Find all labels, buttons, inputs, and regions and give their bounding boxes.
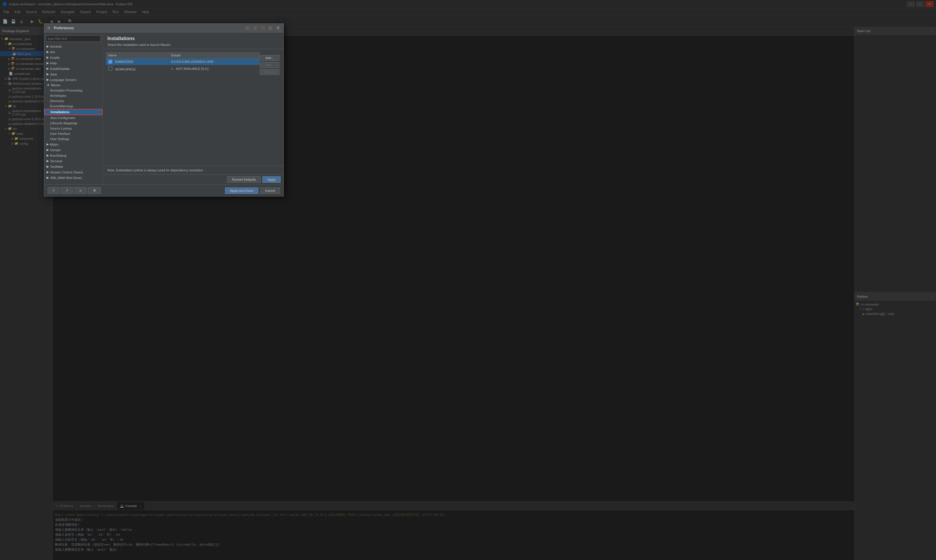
prefs-close-btn[interactable]: ✕ <box>275 25 281 31</box>
installations-content: Name Details ✓ EMBEDDED <box>103 49 284 166</box>
pref-nav-errors-warnings[interactable]: Errors/Warnings <box>44 103 102 109</box>
prefs-restore-btn[interactable]: □ <box>268 25 273 31</box>
pref-nav-gradle[interactable]: ▶ Gradle <box>44 55 102 60</box>
checkbox-embedded[interactable]: ✓ <box>108 60 113 64</box>
preferences-title: Preferences <box>54 26 242 30</box>
pref-filter-input[interactable] <box>46 35 101 42</box>
embedded-name-cell: ✓ EMBEDDED <box>106 58 168 65</box>
arrow-icon: ▶ <box>46 67 49 71</box>
import-button[interactable]: ↙ <box>74 187 87 194</box>
pref-nav-run-debug[interactable]: ▶ Run/Debug <box>44 153 102 158</box>
settings-button[interactable]: ⚙ <box>88 187 101 194</box>
table-row-workspace[interactable]: WORKSPACE ⚠ NOT AVAILABLE [3.0.] <box>106 65 260 72</box>
installations-description: Select the installation used to launch M… <box>107 43 279 46</box>
pref-nav-user-settings[interactable]: User Settings <box>44 136 102 142</box>
pref-nav-archetypes[interactable]: Archetypes <box>44 93 102 98</box>
pref-nav-annotation-processing[interactable]: Annotation Processing <box>44 88 102 93</box>
pref-nav-java-configurator[interactable]: Java Configurator <box>44 115 102 120</box>
installations-panel: Installations Select the installation us… <box>103 32 284 185</box>
installations-table: Name Details ✓ EMBEDDED <box>106 52 260 72</box>
arrow-icon: ▶ <box>46 142 49 146</box>
warning-icon: ⚠ <box>171 67 174 71</box>
pref-nav-textmate[interactable]: ▶ TextMate <box>44 164 102 169</box>
embedded-details-cell: 3.9.9/3.9.900.20240824-1409 <box>168 58 260 65</box>
arrow-icon: ▶ <box>46 176 49 180</box>
help-button[interactable]: ? <box>48 187 59 194</box>
arrow-icon: ▶ <box>46 50 49 54</box>
arrow-icon: ▼ <box>46 83 50 87</box>
arrow-icon: ▶ <box>46 159 49 163</box>
preferences-body: ▶ General ▶ Ant ▶ Gradle ▶ Help ▶ Instal… <box>44 32 284 185</box>
prefs-back-btn[interactable]: ← <box>245 25 250 31</box>
preferences-title-bar: ⚙ Preferences ← → ⋮ □ ✕ <box>44 24 284 32</box>
col-details: Details <box>168 52 260 58</box>
pref-nav-xml[interactable]: ▶ XML (Wild Web Devel... <box>44 175 102 180</box>
pref-nav-maven[interactable]: ▼ Maven <box>44 83 102 88</box>
pref-nav-version-control[interactable]: ▶ Version Control (Team) <box>44 169 102 175</box>
dialog-footer: ? ↗ ↙ ⚙ Apply and Close Cancel <box>44 185 284 196</box>
pref-nav-lifecycle[interactable]: Lifecycle Mappings <box>44 120 102 126</box>
col-name: Name <box>106 52 168 58</box>
pref-nav-install[interactable]: ▶ Install/Update <box>44 66 102 71</box>
arrow-icon: ▶ <box>46 55 49 59</box>
arrow-icon: ▶ <box>46 72 49 76</box>
arrow-icon: ▶ <box>46 45 49 48</box>
pref-nav-source-lookup[interactable]: Source Lookup <box>44 126 102 131</box>
table-row-embedded[interactable]: ✓ EMBEDDED 3.9.9/3.9.900.20240824-1409 <box>106 58 260 65</box>
prefs-gear-icon: ⚙ <box>47 26 50 30</box>
arrow-icon: ▶ <box>46 165 49 168</box>
edit-button[interactable]: Edit... <box>260 62 279 68</box>
checkbox-workspace[interactable] <box>108 66 113 71</box>
arrow-icon: ▶ <box>46 61 49 65</box>
arrow-icon: ▶ <box>46 154 49 157</box>
preferences-nav: ▶ General ▶ Ant ▶ Gradle ▶ Help ▶ Instal… <box>44 32 103 185</box>
apply-footer: Restore Defaults Apply <box>103 174 284 185</box>
prefs-forward-btn[interactable]: → <box>253 25 258 31</box>
arrow-icon: ▶ <box>46 148 49 152</box>
restore-defaults-button[interactable]: Restore Defaults <box>227 176 261 183</box>
dialog-overlay: ⚙ Preferences ← → ⋮ □ ✕ ▶ General ▶ Ant … <box>0 0 936 560</box>
installations-table-container: Name Details ✓ EMBEDDED <box>106 52 281 78</box>
pref-nav-general[interactable]: ▶ General <box>44 43 102 49</box>
apply-button[interactable]: Apply <box>262 176 281 183</box>
preferences-dialog: ⚙ Preferences ← → ⋮ □ ✕ ▶ General ▶ Ant … <box>44 23 284 197</box>
pref-nav-installations[interactable]: Installations <box>44 109 102 115</box>
pref-nav-help[interactable]: ▶ Help <box>44 60 102 66</box>
pref-nav-oomph[interactable]: ▶ Oomph <box>44 147 102 153</box>
installations-note: Note: Embedded runtime is always used fo… <box>103 166 284 174</box>
pref-nav-java[interactable]: ▶ Java <box>44 71 102 77</box>
arrow-icon: ▶ <box>46 78 49 82</box>
export-button[interactable]: ↗ <box>60 187 73 194</box>
footer-help-buttons: ? ↗ ↙ ⚙ <box>48 187 101 194</box>
prefs-menu-btn[interactable]: ⋮ <box>260 25 265 31</box>
pref-nav-terminal[interactable]: ▶ Terminal <box>44 158 102 164</box>
apply-and-close-button[interactable]: Apply and Close <box>225 188 258 194</box>
installations-title: Installations <box>107 36 279 41</box>
installations-header: Installations Select the installation us… <box>103 32 284 49</box>
remove-button[interactable]: Remove <box>260 69 279 75</box>
workspace-details-cell: ⚠ NOT AVAILABLE [3.0.] <box>168 65 260 72</box>
cancel-button[interactable]: Cancel <box>260 188 280 194</box>
pref-nav-user-interface[interactable]: User Interface <box>44 131 102 136</box>
arrow-icon: ▶ <box>46 170 49 174</box>
add-button[interactable]: Add... <box>260 55 279 61</box>
pref-nav-discovery[interactable]: Discovery <box>44 98 102 103</box>
pref-nav-ant[interactable]: ▶ Ant <box>44 49 102 55</box>
pref-nav-mylyn[interactable]: ▶ Mylyn <box>44 142 102 147</box>
installations-action-buttons: Add... Edit... Remove <box>260 52 281 78</box>
pref-nav-language-servers[interactable]: ▶ Language Servers <box>44 77 102 83</box>
workspace-name-cell: WORKSPACE <box>106 65 168 72</box>
